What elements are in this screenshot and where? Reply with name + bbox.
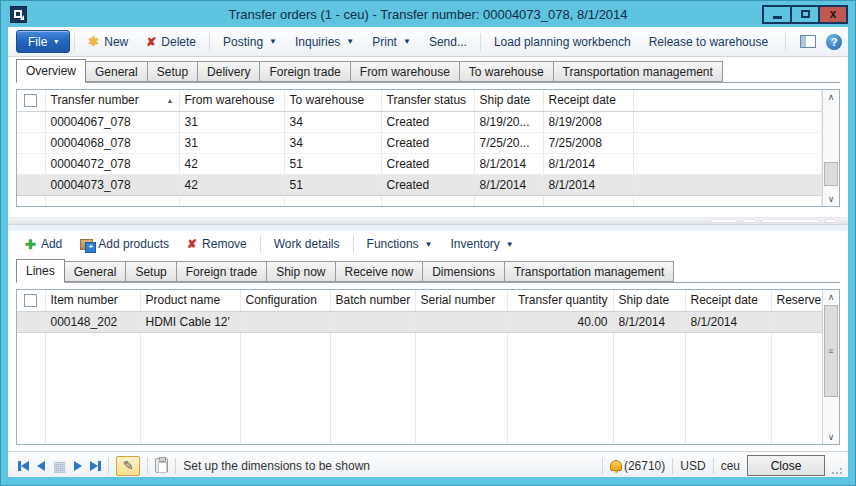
grid-row-0[interactable]: 000148_202HDMI Cable 12'40.008/1/20148/1… bbox=[17, 311, 822, 332]
tab-dimensions[interactable]: Dimensions bbox=[422, 261, 505, 282]
paste-clipboard-icon[interactable] bbox=[155, 458, 168, 473]
row-checkbox-cell bbox=[17, 132, 45, 153]
company-indicator[interactable]: ceu bbox=[721, 459, 740, 473]
cell: 8/1/2014 bbox=[474, 153, 543, 174]
load-planning-workbench-button[interactable]: Load planning workbench bbox=[485, 30, 640, 54]
previous-record-button[interactable] bbox=[37, 461, 45, 471]
column-header-ship-date[interactable]: Ship date bbox=[613, 290, 685, 311]
scroll-up-icon[interactable]: ∧ bbox=[823, 290, 839, 304]
cell: 42 bbox=[179, 153, 284, 174]
currency-indicator[interactable]: USD bbox=[680, 459, 705, 473]
cell: HDMI Cable 12' bbox=[140, 311, 240, 332]
tab-transportation-management[interactable]: Transportation management bbox=[553, 61, 723, 82]
cell: 31 bbox=[179, 132, 284, 153]
scrollbar-thumb[interactable] bbox=[824, 162, 838, 186]
print-menu[interactable]: Print▼ bbox=[363, 30, 420, 54]
tab-setup[interactable]: Setup bbox=[125, 261, 176, 282]
column-header-transfer-number[interactable]: ▲Transfer number bbox=[45, 90, 179, 111]
record-navigation: ▦ bbox=[18, 459, 101, 473]
column-header-item-number[interactable]: Item number bbox=[45, 290, 140, 311]
delete-button[interactable]: ✘Delete bbox=[137, 30, 205, 54]
scroll-down-icon[interactable]: ∨ bbox=[823, 430, 839, 444]
close-window-button[interactable]: x bbox=[818, 5, 848, 24]
grid-row-2[interactable]: 00004072_0784251Created8/1/20148/1/2014 bbox=[17, 153, 822, 174]
grid-row-0[interactable]: 00004067_0783134Created8/19/20...8/19/20… bbox=[17, 111, 822, 132]
select-all-checkbox[interactable] bbox=[24, 294, 37, 307]
column-header-to-warehouse[interactable]: To warehouse bbox=[284, 90, 381, 111]
close-button[interactable]: Close bbox=[747, 455, 825, 476]
toolbar-divider bbox=[480, 33, 481, 51]
cell: Created bbox=[381, 153, 474, 174]
chevron-down-icon: ▼ bbox=[346, 37, 354, 46]
first-record-button[interactable] bbox=[18, 461, 29, 471]
bell-icon bbox=[610, 460, 622, 471]
grid-empty-area bbox=[17, 195, 822, 206]
column-header-from-warehouse[interactable]: From warehouse bbox=[179, 90, 284, 111]
tab-delivery[interactable]: Delivery bbox=[197, 61, 260, 82]
column-header-receipt-date[interactable]: Receipt date bbox=[685, 290, 771, 311]
grid-row-3[interactable]: 00004073_0784251Created8/1/20148/1/2014 bbox=[17, 174, 822, 195]
maximize-button[interactable] bbox=[790, 5, 820, 24]
tab-transportation-management[interactable]: Transportation management bbox=[504, 261, 674, 282]
column-header-transfer-status[interactable]: Transfer status bbox=[381, 90, 474, 111]
chevron-down-icon: ▼ bbox=[506, 240, 514, 249]
column-header-receipt-date[interactable]: Receipt date bbox=[543, 90, 633, 111]
minimize-button[interactable] bbox=[762, 5, 792, 24]
delete-x-icon: ✘ bbox=[146, 35, 156, 49]
column-header-product-name[interactable]: Product name bbox=[140, 290, 240, 311]
next-record-button[interactable] bbox=[74, 461, 82, 471]
edit-record-button[interactable]: ✎ bbox=[116, 456, 140, 476]
orders-grid-scrollbar[interactable]: ∧ ∨ bbox=[822, 90, 839, 206]
tab-to-warehouse[interactable]: To warehouse bbox=[459, 61, 554, 82]
grid-empty-area bbox=[17, 332, 822, 444]
last-record-button[interactable] bbox=[90, 461, 101, 471]
select-all-checkbox[interactable] bbox=[24, 94, 37, 107]
add-plus-icon: ✚ bbox=[25, 237, 36, 252]
cell: 51 bbox=[284, 174, 381, 195]
sort-ascending-icon: ▲ bbox=[167, 97, 174, 104]
tab-setup[interactable]: Setup bbox=[147, 61, 198, 82]
resize-grip-icon[interactable] bbox=[832, 464, 842, 474]
grid-row-1[interactable]: 00004068_0783134Created7/25/20...7/25/20… bbox=[17, 132, 822, 153]
tab-overview[interactable]: Overview bbox=[16, 59, 86, 83]
remove-line-button[interactable]: ✘Remove bbox=[178, 232, 256, 256]
column-header-batch-number[interactable]: Batch number bbox=[330, 290, 415, 311]
tab-general[interactable]: General bbox=[64, 261, 127, 282]
functions-menu[interactable]: Functions▼ bbox=[358, 232, 442, 256]
close-icon: x bbox=[830, 7, 837, 21]
scroll-down-icon[interactable]: ∨ bbox=[823, 192, 839, 206]
column-header-ship-date[interactable]: Ship date bbox=[474, 90, 543, 111]
send-button[interactable]: Send... bbox=[420, 30, 476, 54]
file-menu-button[interactable]: File▾ bbox=[16, 30, 70, 53]
help-icon[interactable]: ? bbox=[826, 34, 842, 50]
column-header-serial-number[interactable]: Serial number bbox=[415, 290, 507, 311]
column-header-configuration[interactable]: Configuration bbox=[240, 290, 330, 311]
tab-lines[interactable]: Lines bbox=[16, 259, 65, 283]
inventory-menu[interactable]: Inventory▼ bbox=[442, 232, 523, 256]
tab-general[interactable]: General bbox=[85, 61, 148, 82]
add-line-button[interactable]: ✚Add bbox=[16, 232, 71, 256]
tab-foreign-trade[interactable]: Foreign trade bbox=[259, 61, 350, 82]
column-header-transfer-quantity[interactable]: Transfer quantity bbox=[507, 290, 613, 311]
work-details-button[interactable]: Work details bbox=[265, 232, 349, 256]
notifications-button[interactable]: (26710) bbox=[610, 459, 665, 473]
lines-grid-scrollbar[interactable]: ∧ ≡ ∨ bbox=[822, 290, 839, 444]
splitter-handle bbox=[824, 219, 836, 223]
add-products-button[interactable]: Add products bbox=[71, 232, 178, 256]
scrollbar-thumb[interactable]: ≡ bbox=[824, 305, 838, 397]
tab-from-warehouse[interactable]: From warehouse bbox=[350, 61, 460, 82]
pane-splitter[interactable] bbox=[8, 217, 848, 225]
new-star-icon: ✱ bbox=[88, 34, 99, 49]
tab-foreign-trade[interactable]: Foreign trade bbox=[176, 261, 267, 282]
release-to-warehouse-button[interactable]: Release to warehouse bbox=[640, 30, 777, 54]
grid-view-icon[interactable]: ▦ bbox=[53, 459, 66, 473]
tab-receive-now[interactable]: Receive now bbox=[335, 261, 424, 282]
new-button[interactable]: ✱New bbox=[79, 30, 137, 54]
cell: 000148_202 bbox=[45, 311, 140, 332]
column-header-reserve-ite[interactable]: Reserve ite bbox=[771, 290, 822, 311]
inquiries-menu[interactable]: Inquiries▼ bbox=[286, 30, 363, 54]
scroll-up-icon[interactable]: ∧ bbox=[823, 90, 839, 104]
posting-menu[interactable]: Posting▼ bbox=[214, 30, 286, 54]
tab-ship-now[interactable]: Ship now bbox=[266, 261, 335, 282]
layout-panel-icon[interactable] bbox=[800, 35, 816, 48]
